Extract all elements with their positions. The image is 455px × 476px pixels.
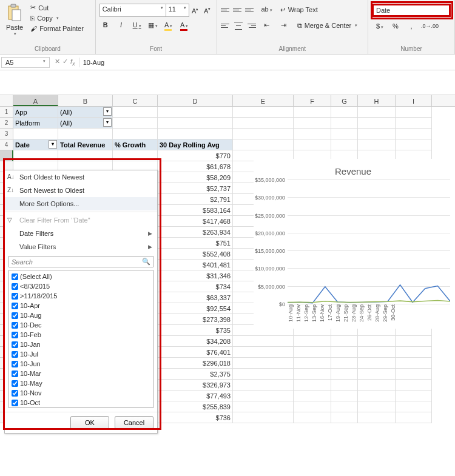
decrease-indent-button[interactable]: ⇤ <box>261 19 273 32</box>
scissors-icon: ✂ <box>30 4 36 12</box>
svg-rect-2 <box>12 10 21 21</box>
ribbon: Paste ▾ ✂Cut ⎘Copy▾ 🖌Format Painter Clip… <box>0 0 455 55</box>
wrap-text-button[interactable]: ↵Wrap Text <box>278 5 320 15</box>
formula-input[interactable]: 10-Aug <box>79 58 455 67</box>
filter-dropdown-button[interactable]: ▾ <box>49 140 57 149</box>
sort-asc-icon: A↓ <box>7 173 15 180</box>
filter-checkbox-item[interactable]: 10-Dec <box>10 320 152 330</box>
merge-center-button[interactable]: ⧉Merge & Center▾ <box>295 21 360 31</box>
row-header[interactable]: 1 <box>0 107 13 118</box>
filter-checkbox-item[interactable]: >11/18/2015 <box>10 291 152 301</box>
group-label-font: Font <box>99 45 213 53</box>
col-header[interactable]: G <box>331 95 358 106</box>
name-box[interactable]: A5▾ <box>1 57 50 68</box>
row-header[interactable]: 2 <box>0 118 13 129</box>
increase-indent-button[interactable]: ⇥ <box>278 19 290 32</box>
svg-rect-1 <box>11 4 16 7</box>
fx-icon[interactable]: fx <box>70 58 75 67</box>
copy-icon: ⎘ <box>30 15 35 22</box>
clear-filter: ▽Clear Filter From "Date" <box>5 213 157 227</box>
copy-button[interactable]: ⎘Copy▾ <box>28 13 86 23</box>
filter-checkbox-item[interactable]: <8/3/2015 <box>10 281 152 291</box>
orientation-button[interactable]: ab▾ <box>261 4 273 16</box>
decrease-font-button[interactable]: A▾ <box>201 4 214 16</box>
align-bot-button[interactable] <box>245 5 256 15</box>
row-header[interactable]: 4 <box>0 139 13 150</box>
filter-checkbox-item[interactable]: 10-Aug <box>10 310 152 320</box>
col-header[interactable]: B <box>58 95 113 106</box>
borders-button[interactable]: ▦▾ <box>147 19 159 32</box>
clear-filter-icon: ▽ <box>7 216 12 223</box>
filter-checkbox-item[interactable]: 10-Oct <box>10 398 152 407</box>
formula-bar: A5▾ ✕ ✓ fx 10-Aug <box>0 55 455 70</box>
row-header[interactable]: 3 <box>0 129 13 139</box>
filter-checkbox-item[interactable]: 10-Apr <box>10 301 152 310</box>
filter-checkbox-item[interactable]: 10-Jan <box>10 340 152 349</box>
revenue-chart[interactable]: Revenue $0$5,000,000$10,000,000$15,000,0… <box>254 159 453 329</box>
col-header[interactable]: I <box>396 95 432 106</box>
col-header[interactable]: D <box>158 95 233 106</box>
filter-checkbox-item[interactable]: 10-Mar <box>10 369 152 378</box>
align-mid-button[interactable] <box>233 5 244 15</box>
filter-ok-button[interactable]: OK <box>70 416 109 429</box>
percent-button[interactable]: % <box>389 21 402 33</box>
fill-color-button[interactable]: A▾ <box>163 19 175 32</box>
font-name-select[interactable]: Calibri▾ <box>99 4 166 17</box>
sort-newest-oldest[interactable]: Z↓Sort Newest to Oldest <box>5 184 157 197</box>
filter-dropdown-menu: A↓Sort Oldest to Newest Z↓Sort Newest to… <box>4 170 158 434</box>
brush-icon: 🖌 <box>30 25 37 32</box>
filter-checkbox-item[interactable]: 10-Nov <box>10 388 152 398</box>
column-headers: A B C D E F G H I <box>0 95 455 107</box>
sort-desc-icon: Z↓ <box>7 187 14 193</box>
format-painter-button[interactable]: 🖌Format Painter <box>28 24 86 33</box>
number-format-select[interactable]: Date <box>372 4 451 17</box>
more-sort-options[interactable]: More Sort Options... <box>5 197 157 210</box>
col-header[interactable]: H <box>358 95 396 106</box>
filter-checkbox-item[interactable]: 10-Jul <box>10 349 152 359</box>
col-header[interactable]: F <box>294 95 331 106</box>
filter-search-input[interactable] <box>12 258 142 266</box>
enter-formula-icon[interactable]: ✓ <box>62 58 68 67</box>
value-filters-submenu[interactable]: Value Filters▶ <box>5 240 157 253</box>
filter-checkbox-item[interactable]: 10-Feb <box>10 330 152 340</box>
align-top-button[interactable] <box>221 5 232 15</box>
group-label-alignment: Alignment <box>221 45 364 53</box>
cut-button[interactable]: ✂Cut <box>28 2 86 13</box>
sort-oldest-newest[interactable]: A↓Sort Oldest to Newest <box>5 170 157 184</box>
bold-button[interactable]: B <box>99 19 112 32</box>
row-header[interactable] <box>0 150 13 161</box>
filter-cancel-button[interactable]: Cancel <box>115 416 153 429</box>
increase-font-button[interactable]: A▴ <box>189 4 201 16</box>
filter-dropdown-button[interactable]: ▾ <box>103 107 112 116</box>
filter-value-list[interactable]: (Select All)<8/3/2015>11/18/201510-Apr10… <box>8 270 153 408</box>
filter-dropdown-button[interactable]: ▾ <box>103 118 112 127</box>
paste-button[interactable]: Paste ▾ <box>4 1 25 39</box>
filter-checkbox-item[interactable]: 10-Sep <box>10 407 152 408</box>
col-header[interactable]: C <box>113 95 158 106</box>
cancel-formula-icon[interactable]: ✕ <box>55 58 60 67</box>
align-left-button[interactable] <box>221 21 232 30</box>
col-header[interactable]: A <box>13 95 58 106</box>
comma-button[interactable]: , <box>405 21 417 33</box>
search-icon: 🔍 <box>142 258 150 266</box>
font-size-select[interactable]: 11▾ <box>166 4 189 17</box>
filter-checkbox-item[interactable]: (Select All) <box>10 272 152 281</box>
align-right-button[interactable] <box>245 21 256 30</box>
font-color-button[interactable]: A▾ <box>178 19 190 32</box>
underline-button[interactable]: U▾ <box>131 19 143 32</box>
filter-search[interactable]: 🔍 <box>8 256 153 267</box>
group-label-clipboard: Clipboard <box>4 45 92 53</box>
merge-icon: ⧉ <box>297 22 302 30</box>
col-header[interactable]: E <box>233 95 294 106</box>
date-filters-submenu[interactable]: Date Filters▶ <box>5 227 157 240</box>
italic-button[interactable]: I <box>115 19 127 32</box>
inc-decimal-button[interactable]: .0→.00 <box>421 21 433 33</box>
filter-checkbox-item[interactable]: 10-Jun <box>10 359 152 369</box>
align-center-button[interactable] <box>233 21 244 30</box>
wrap-icon: ↵ <box>280 6 286 14</box>
chart-title: Revenue <box>254 166 453 176</box>
group-label-number: Number <box>372 45 451 53</box>
filter-checkbox-item[interactable]: 10-May <box>10 378 152 388</box>
currency-button[interactable]: $▾ <box>374 21 386 33</box>
paste-label: Paste <box>6 24 23 31</box>
